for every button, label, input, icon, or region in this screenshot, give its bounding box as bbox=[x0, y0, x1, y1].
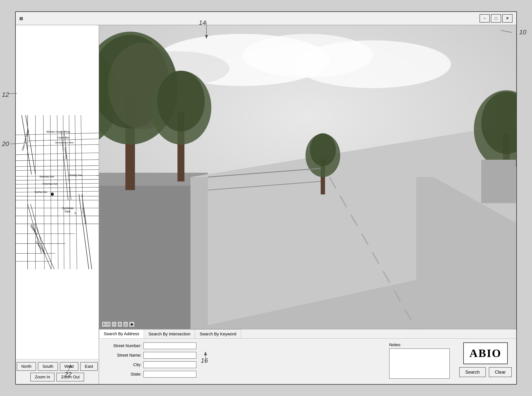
ref-12-label: 12 bbox=[2, 91, 9, 98]
tab-search-by-address[interactable]: Search By Address bbox=[99, 329, 144, 338]
address-form: Street Number: Street Name: City: S bbox=[104, 342, 384, 380]
street-view-controls: ⊢⊣ − + ⌂ ◆ bbox=[102, 321, 135, 327]
svg-marker-97 bbox=[205, 35, 208, 39]
street-view-scene bbox=[99, 25, 516, 329]
north-button[interactable]: North bbox=[17, 362, 36, 371]
svg-text:Southwestern Blvd: Southwestern Blvd bbox=[55, 141, 74, 144]
ref-10-label: 10 bbox=[519, 29, 526, 36]
svg-line-100 bbox=[10, 143, 28, 144]
street-number-input[interactable] bbox=[143, 342, 196, 349]
map-controls: North South West East Zoom In Zoom Out bbox=[16, 359, 99, 384]
app-logo: ⊠ bbox=[19, 15, 23, 22]
search-body: Street Number: Street Name: City: S bbox=[99, 339, 516, 384]
street-view: ⊢⊣ − + ⌂ ◆ bbox=[99, 25, 516, 329]
svg-text:Weldon Howell Pkwy: Weldon Howell Pkwy bbox=[47, 130, 70, 133]
notes-textarea[interactable] bbox=[389, 349, 450, 379]
nav-row: North South West East bbox=[17, 362, 98, 371]
state-label: State: bbox=[104, 372, 141, 377]
search-panel: Search By Address Search By Intersection… bbox=[99, 329, 516, 384]
svg-text:Binkley Ave: Binkley Ave bbox=[69, 174, 82, 176]
map-panel: Weldon Howell Pkwy Caruth Blvd Southwest… bbox=[16, 25, 99, 384]
south-button[interactable]: South bbox=[38, 362, 58, 371]
street-name-label: Street Name: bbox=[104, 353, 141, 358]
street-name-row: Street Name: bbox=[104, 352, 384, 359]
svg-text:Caruth Blvd: Caruth Blvd bbox=[57, 136, 70, 139]
svg-marker-92 bbox=[191, 177, 208, 329]
street-name-input[interactable] bbox=[143, 352, 196, 359]
main-window: ⊠ − □ ✕ bbox=[15, 11, 517, 385]
street-number-row: Street Number: bbox=[104, 342, 384, 349]
svg-point-46 bbox=[51, 192, 54, 196]
ref-12-line bbox=[9, 93, 17, 94]
map-container[interactable]: Weldon Howell Pkwy Caruth Blvd Southwest… bbox=[16, 25, 99, 359]
state-row: State: bbox=[104, 371, 384, 378]
close-button[interactable]: ✕ bbox=[502, 14, 513, 23]
logo-search-section: ABIO Search Clear bbox=[456, 342, 512, 380]
minimize-button[interactable]: − bbox=[479, 14, 490, 23]
ref-22-arrow bbox=[65, 364, 76, 376]
notes-section: Notes: bbox=[389, 342, 450, 380]
svg-text:Dyckman: Dyckman bbox=[62, 207, 74, 210]
sv-home-button[interactable]: ⌂ bbox=[123, 321, 128, 327]
svg-point-89 bbox=[310, 133, 336, 166]
state-input[interactable] bbox=[143, 371, 196, 378]
tab-search-by-keyword[interactable]: Search By Keyword bbox=[195, 329, 241, 338]
svg-marker-102 bbox=[69, 364, 72, 367]
clear-button[interactable]: Clear bbox=[489, 367, 512, 377]
search-tabs: Search By Address Search By Intersection… bbox=[99, 329, 516, 339]
east-button[interactable]: East bbox=[80, 362, 98, 371]
sv-diamond-button[interactable]: ◆ bbox=[129, 321, 135, 327]
content-area: Weldon Howell Pkwy Caruth Blvd Southwest… bbox=[16, 25, 516, 384]
tab-search-by-intersection[interactable]: Search By Intersection bbox=[144, 329, 195, 338]
logo-symbol: ⊠ bbox=[19, 15, 23, 22]
street-number-label: Street Number: bbox=[104, 343, 141, 348]
svg-text:Fairfax Ave: Fairfax Ave bbox=[35, 191, 47, 193]
svg-text:Potomac Ave: Potomac Ave bbox=[42, 182, 58, 185]
right-panel: ⊢⊣ − + ⌂ ◆ Search By Address Search By I… bbox=[99, 25, 516, 384]
city-row: City: bbox=[104, 361, 384, 368]
map-svg[interactable]: Weldon Howell Pkwy Caruth Blvd Southwest… bbox=[16, 25, 99, 359]
svg-point-60 bbox=[295, 40, 451, 88]
abio-logo: ABIO bbox=[463, 342, 508, 364]
ref-16-arrow bbox=[202, 351, 213, 365]
svg-marker-99 bbox=[204, 351, 207, 355]
svg-text:♙: ♙ bbox=[74, 211, 76, 215]
titlebar: ⊠ − □ ✕ bbox=[16, 12, 516, 25]
ref-14-arrow bbox=[199, 22, 214, 41]
notes-label: Notes: bbox=[389, 342, 450, 347]
svg-text:Park: Park bbox=[65, 210, 71, 213]
sv-prev-button[interactable]: ⊢⊣ bbox=[102, 321, 111, 327]
zoom-in-button[interactable]: Zoom In bbox=[30, 373, 55, 381]
svg-rect-90 bbox=[481, 160, 516, 203]
ref-20-label: 20 bbox=[2, 140, 9, 147]
city-label: City: bbox=[104, 362, 141, 367]
search-button[interactable]: Search bbox=[459, 367, 486, 377]
sv-plus-button[interactable]: + bbox=[117, 321, 123, 327]
city-input[interactable] bbox=[143, 361, 196, 368]
window-controls: − □ ✕ bbox=[479, 14, 513, 23]
svg-text:Stanhop Ave: Stanhop Ave bbox=[39, 175, 54, 178]
sv-minus-button[interactable]: − bbox=[111, 321, 117, 327]
search-action-row: Search Clear bbox=[459, 367, 512, 377]
ref-20-line bbox=[10, 141, 29, 147]
maximize-button[interactable]: □ bbox=[491, 14, 501, 23]
svg-point-80 bbox=[157, 71, 205, 132]
